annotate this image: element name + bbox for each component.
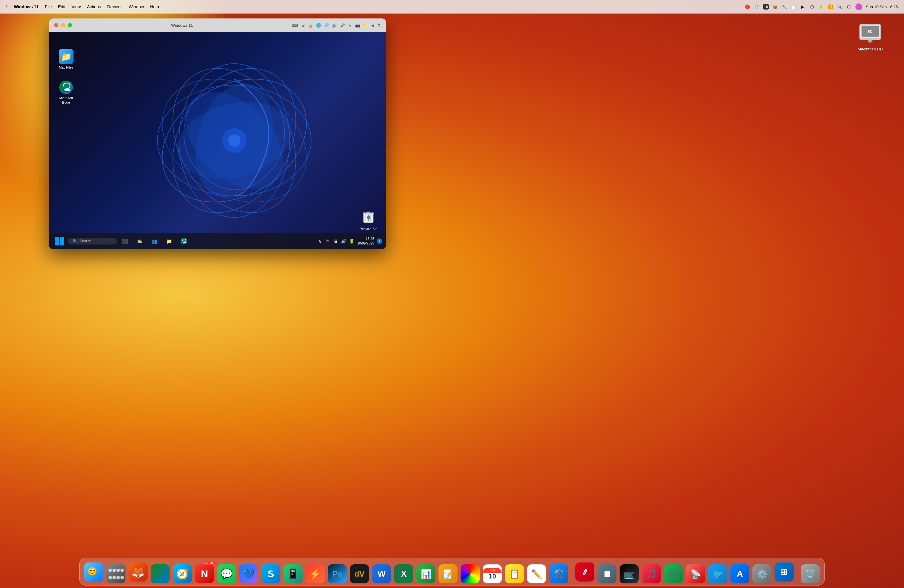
wifi-icon[interactable]: 📶 (828, 4, 833, 9)
dock-spotify[interactable]: 🎶 (663, 563, 684, 583)
volume-icon[interactable]: 🔊 (332, 23, 337, 28)
twitter-icon: 🐦 (708, 564, 727, 583)
dock-appletv[interactable]: 📺 (619, 563, 640, 583)
dock-spark[interactable]: ⚡ (305, 563, 326, 583)
bluetooth-icon[interactable]: ⬡ (809, 4, 815, 9)
launchpad-icon (106, 564, 125, 583)
dock-messages[interactable]: 💬 (216, 563, 237, 583)
ms-edge-label: Microsoft Edge (56, 96, 77, 105)
search-menubar-icon[interactable]: 🔍 (837, 4, 842, 9)
dock-launchpad[interactable] (106, 563, 126, 583)
dock-whatsapp[interactable]: 📱 (283, 563, 303, 583)
screentime-icon[interactable]: 🔴 (745, 4, 750, 9)
keyboard-icon[interactable]: ⌨ (292, 23, 298, 28)
start-button[interactable] (53, 234, 66, 248)
dock-netnewswire[interactable]: 📡 (685, 563, 706, 583)
widgets-button[interactable]: ⛅ (133, 234, 146, 248)
globe2-icon[interactable]: 🔗 (324, 23, 329, 28)
dock-vmware[interactable]: ▦ (596, 563, 618, 583)
dock-photos[interactable] (460, 563, 480, 583)
traffic-lights (54, 23, 72, 27)
dock-safari[interactable]: 🧭 (172, 563, 193, 583)
dock-syspreferences[interactable]: ⚙️ (751, 563, 773, 583)
display-icon[interactable]: 🖥 (301, 23, 305, 28)
menu-devices[interactable]: Devices (107, 4, 123, 9)
dock-edge[interactable] (150, 563, 171, 583)
menu-actions[interactable]: Actions (87, 4, 101, 9)
tencount-icon[interactable]: 10 (763, 4, 769, 9)
dock-twitter[interactable]: 🐦 (707, 563, 728, 583)
battery-taskbar-icon[interactable]: 🔋 (349, 238, 355, 244)
dock-xcode[interactable]: ⚒️ (548, 563, 569, 583)
dock-skype[interactable]: S (261, 563, 281, 583)
play-icon[interactable]: ▶ (800, 4, 806, 9)
dock-pages[interactable]: 📝 (438, 563, 458, 583)
task-view-button[interactable]: ⬛ (118, 234, 131, 248)
messages-icon: 💬 (217, 564, 236, 583)
notification-badge[interactable]: 1 (377, 238, 382, 244)
cardhop-icon[interactable]: 📋 (791, 4, 797, 9)
taskbar-search[interactable]: 🔍 Search (68, 238, 117, 245)
ms-edge-desktop-icon[interactable]: Microsoft Edge (54, 78, 78, 107)
close-button[interactable] (54, 23, 58, 27)
dock-messenger[interactable]: 💙 (238, 563, 259, 583)
taskbar-clock[interactable]: 16:25 10/09/2023 (357, 237, 374, 246)
edge-taskbar-button[interactable] (177, 234, 191, 248)
dock-calendar[interactable]: SUN 10 (482, 563, 503, 583)
dock-finder[interactable]: 😊 (83, 563, 104, 583)
back-icon[interactable]: ◀ (371, 23, 374, 28)
dock-numbers[interactable]: 📊 (416, 563, 436, 583)
dock-excel[interactable]: X (393, 563, 414, 583)
dock-parallels[interactable]: ⫽ (574, 563, 595, 583)
dock-firefox[interactable]: 🦊 (128, 563, 149, 583)
mic-icon[interactable]: 🎤 (340, 23, 345, 28)
menubar-clock[interactable]: Sun 10 Sep 16:25 (866, 5, 898, 9)
menu-file[interactable]: File (45, 4, 52, 9)
mac-files-icon[interactable]: 📁 Mac Files (54, 47, 78, 71)
dock-news[interactable]: N 583,343 (194, 563, 215, 583)
rotate-icon[interactable]: ↻ (325, 238, 331, 244)
lock-icon[interactable]: 🔒 (308, 23, 313, 28)
folder-icon[interactable]: 📁 (363, 23, 368, 28)
dock-win11-taskbar[interactable]: ⊞ (774, 563, 795, 583)
menubar-right: 🔴 🛡️ 10 📦 🔧 📋 ▶ ⬡ 🔋 📶 🔍 ⊞ Sun 10 Sep 16:… (745, 3, 898, 10)
menu-view[interactable]: View (72, 4, 81, 9)
tools-icon[interactable]: 🔧 (782, 4, 787, 9)
notes-icon: 📋 (505, 564, 524, 583)
battery-icon[interactable]: 🔋 (819, 4, 824, 9)
news-icon: N 583,343 (195, 564, 214, 583)
menu-help[interactable]: Help (150, 4, 159, 9)
dock-appstore[interactable]: A (729, 563, 750, 583)
menu-window[interactable]: Window (128, 4, 144, 9)
teams-button[interactable]: 👥 (148, 234, 161, 248)
print-icon[interactable]: 🖨 (348, 23, 352, 28)
dock-davinci[interactable]: dV (349, 563, 370, 583)
volume-taskbar-icon[interactable]: 🔊 (341, 238, 347, 244)
calendar-icon: SUN 10 (483, 564, 502, 583)
recycle-bin-icon[interactable]: ♻ Recycle Bin (357, 210, 379, 231)
dock-music[interactable]: 🎵 (641, 563, 662, 583)
chevron-up-icon[interactable]: ∧ (317, 238, 323, 244)
dock-notes[interactable]: 📋 (504, 563, 525, 583)
controlcenter-icon[interactable]: ⊞ (846, 4, 852, 9)
menu-edit[interactable]: Edit (58, 4, 65, 9)
dropbox-icon[interactable]: 📦 (773, 4, 778, 9)
parallels-icon: ⫽ (575, 563, 594, 582)
macintosh-hd-icon[interactable]: HD Macintosh HD (855, 21, 885, 51)
globe-icon[interactable]: 🌐 (316, 23, 321, 28)
settings-icon[interactable]: ⚙ (377, 23, 381, 28)
dock-freeform[interactable]: ✏️ (526, 563, 547, 583)
network-icon[interactable]: 🖥 (333, 238, 339, 244)
dock-photoshop[interactable]: Ps (327, 563, 348, 583)
dock-separator-1 (572, 564, 572, 579)
apple-menu[interactable]:  (6, 4, 8, 9)
vpn-icon[interactable]: 🛡️ (754, 4, 760, 9)
user-icon[interactable] (855, 3, 862, 10)
word-icon: W (372, 564, 391, 583)
maximize-button[interactable] (68, 23, 72, 27)
dock-trash[interactable]: 🗑️ (800, 563, 821, 583)
file-explorer-button[interactable]: 📁 (162, 234, 176, 248)
minimize-button[interactable] (61, 23, 65, 27)
camera-icon[interactable]: 📷 (355, 23, 360, 28)
dock-word[interactable]: W (371, 563, 392, 583)
